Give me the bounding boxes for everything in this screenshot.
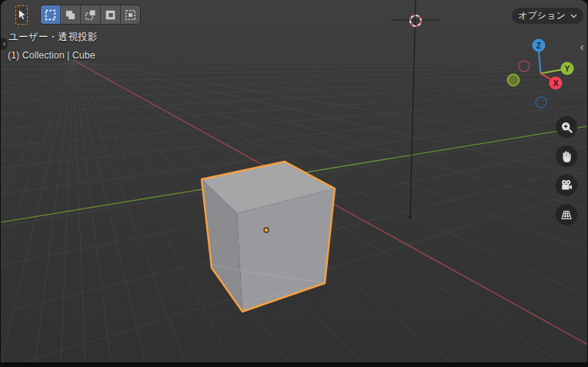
box-select-extend-icon [65,9,76,21]
toggle-perspective-button[interactable] [556,204,577,225]
gizmo-neg-x-ball[interactable] [519,61,530,72]
object-origin-dot [264,228,269,232]
gizmo-y-ball[interactable]: Y [561,62,574,75]
gizmo-neg-y-ball[interactable] [508,75,520,86]
select-mode-group [41,5,140,24]
select-mode-intersect-button[interactable] [121,5,140,24]
options-label: オプション [518,9,565,22]
gizmo-y-label: Y [564,64,570,73]
gizmo-neg-z-ball[interactable] [536,97,546,108]
gizmo-z-label: Z [536,41,542,50]
view-perspective-label: ユーザー・透視投影 [8,31,98,44]
hand-icon [560,150,573,163]
select-mode-extend-button[interactable] [61,5,81,24]
select-mode-subtract-button[interactable] [81,5,101,24]
window-bottom-edge [1,362,587,365]
select-mode-set-button[interactable] [41,5,61,24]
navigation-gizmo[interactable]: Z Y X [499,34,584,114]
movie-camera-icon [560,178,573,192]
light-object-dot [409,215,412,219]
box-select-subtract-icon [85,9,96,21]
camera-view-button[interactable] [556,175,577,196]
box-select-invert-icon [105,9,116,21]
breadcrumb: (1) Collection | Cube [8,50,95,61]
gizmo-z-ball[interactable]: Z [533,39,546,52]
box-select-intersect-icon [125,9,136,21]
box-select-set-icon [45,9,56,21]
select-mode-invert-button[interactable] [101,5,121,24]
cube-object[interactable] [202,162,335,312]
zoom-button[interactable] [556,116,577,138]
3d-viewport[interactable]: ユーザー・透視投影 (1) Collection | Cube オプション › … [1,0,587,365]
active-tool-button-tweak[interactable] [15,5,28,25]
gizmo-x-label: X [553,78,558,88]
gizmo-x-ball[interactable]: X [550,77,563,90]
pan-button[interactable] [556,145,577,167]
blender-window: ユーザー・透視投影 (1) Collection | Cube オプション › … [0,0,588,367]
cursor-arrow-icon [18,9,26,21]
perspective-grid-icon [560,208,573,222]
magnifier-plus-icon [560,121,573,134]
chevron-down-icon [570,14,577,18]
options-dropdown-button[interactable]: オプション [511,7,584,25]
z-axis-line [410,0,416,217]
